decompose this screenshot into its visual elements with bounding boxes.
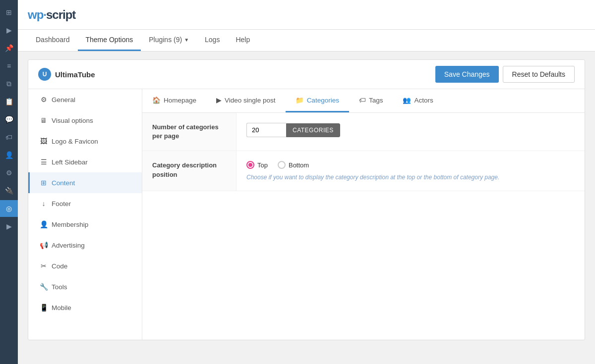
left-nav-tools[interactable]: 🔧 Tools: [28, 276, 142, 297]
position-radio-group: Top Bottom: [246, 161, 575, 169]
left-nav-general-label: General: [52, 96, 75, 104]
homepage-icon: 🏠: [152, 96, 161, 104]
category-description-position-row: Category description position Top: [142, 151, 585, 191]
left-nav-content[interactable]: ⊞ Content: [28, 172, 142, 193]
radio-top-circle: [246, 161, 254, 169]
left-nav-logo-favicon[interactable]: 🖼 Logo & Favicon: [28, 131, 142, 152]
advertising-icon: 📢: [40, 241, 48, 249]
radio-bottom-option[interactable]: Bottom: [278, 161, 309, 169]
nav-tab-theme-options[interactable]: Theme Options: [78, 30, 141, 51]
code-icon: ✂: [40, 262, 48, 270]
categories-per-page-label: Number of categories per page: [152, 123, 226, 141]
sub-tab-actors[interactable]: 👥 Actors: [393, 89, 443, 112]
sidebar-icon-plugin[interactable]: 🔌: [0, 182, 18, 199]
categories-per-page-input[interactable]: [246, 123, 286, 137]
left-nav-visual-options[interactable]: 🖥 Visual options: [28, 110, 142, 131]
sub-tab-actors-label: Actors: [414, 97, 433, 104]
visual-options-icon: 🖥: [40, 116, 48, 124]
left-nav-visual-label: Visual options: [52, 117, 93, 124]
position-helper-text: Choose if you want to display the catego…: [246, 174, 575, 181]
panel-header: U UltimaTube Save Changes Reset to Defau…: [28, 60, 585, 89]
left-nav-logo-label: Logo & Favicon: [52, 138, 98, 145]
sub-tab-video-single[interactable]: ▶ Video single post: [206, 89, 286, 112]
page-content: U UltimaTube Save Changes Reset to Defau…: [18, 52, 595, 348]
category-description-value-col: Top Bottom Choose if you want to display…: [237, 151, 585, 191]
category-description-label-col: Category description position: [142, 151, 237, 191]
radio-top-option[interactable]: Top: [246, 161, 268, 169]
save-changes-button[interactable]: Save Changes: [435, 66, 499, 83]
sidebar-icon-copy[interactable]: ⧉: [0, 75, 18, 92]
membership-icon: 👤: [40, 220, 48, 228]
sidebar-icon-video[interactable]: ▶: [0, 22, 18, 39]
main-wrapper: wp·script Dashboard Theme Options Plugin…: [18, 0, 595, 364]
content-area: Number of categories per page CATEGORIES: [142, 113, 585, 340]
sidebar-icon-pin[interactable]: 📌: [0, 40, 18, 56]
general-icon: ⚙: [40, 96, 48, 104]
panel-actions: Save Changes Reset to Defaults: [435, 66, 575, 83]
mobile-icon: 📱: [40, 304, 48, 312]
nav-tab-logs[interactable]: Logs: [197, 30, 228, 51]
sidebar-icon-user[interactable]: 👤: [0, 147, 18, 163]
left-nav-membership[interactable]: 👤 Membership: [28, 214, 142, 235]
dropdown-arrow-icon: ▼: [184, 37, 189, 43]
panel-body: ⚙ General 🖥 Visual options 🖼 Logo & Favi…: [28, 89, 585, 340]
sidebar-icon-book[interactable]: 📋: [0, 93, 18, 110]
empty-content-area: [142, 191, 585, 340]
sidebar-icon-comment[interactable]: 💬: [0, 111, 18, 128]
footer-icon: ↓: [40, 200, 48, 208]
left-nav-code[interactable]: ✂ Code: [28, 256, 142, 276]
content-icon: ⊞: [40, 179, 48, 187]
sub-tab-homepage-label: Homepage: [164, 97, 196, 104]
sidebar-icon-circle[interactable]: ◎: [0, 200, 18, 217]
left-nav-general[interactable]: ⚙ General: [28, 89, 142, 110]
nav-tabs-bar: Dashboard Theme Options Plugins (9) ▼ Lo…: [18, 30, 595, 52]
radio-bottom-circle: [278, 161, 286, 169]
tags-icon: 🏷: [359, 97, 366, 104]
left-nav-content-label: Content: [52, 179, 75, 187]
sub-tab-tags[interactable]: 🏷 Tags: [349, 89, 393, 112]
sub-tab-categories[interactable]: 📁 Categories: [286, 89, 349, 112]
right-content: 🏠 Homepage ▶ Video single post 📁 Categor…: [142, 89, 585, 340]
theme-panel: U UltimaTube Save Changes Reset to Defau…: [28, 59, 585, 340]
left-nav-footer-label: Footer: [52, 200, 71, 208]
categories-badge-button[interactable]: CATEGORIES: [286, 123, 340, 137]
left-nav-mobile[interactable]: 📱 Mobile: [28, 297, 142, 318]
sidebar-icon-settings[interactable]: ⚙: [0, 164, 18, 181]
categories-per-page-label-col: Number of categories per page: [142, 113, 237, 151]
left-nav-advertising[interactable]: 📢 Advertising: [28, 235, 142, 256]
video-single-icon: ▶: [216, 96, 222, 104]
top-header: wp·script: [18, 0, 595, 30]
actors-icon: 👥: [403, 96, 411, 104]
sub-tab-homepage[interactable]: 🏠 Homepage: [142, 89, 206, 112]
nav-tab-dashboard[interactable]: Dashboard: [28, 30, 78, 51]
logo-favicon-icon: 🖼: [40, 137, 48, 145]
left-nav-advertising-label: Advertising: [52, 242, 85, 249]
reset-defaults-button[interactable]: Reset to Defaults: [503, 66, 575, 83]
panel-title-icon: U: [38, 68, 51, 81]
radio-top-label: Top: [257, 161, 268, 169]
categories-icon: 📁: [296, 96, 304, 104]
nav-tab-plugins[interactable]: Plugins (9) ▼: [141, 30, 197, 51]
sidebar-icon-tag[interactable]: 🏷: [0, 129, 18, 146]
logo-text: wp·script: [28, 8, 75, 22]
left-nav-footer[interactable]: ↓ Footer: [28, 193, 142, 214]
nav-tab-help[interactable]: Help: [228, 30, 258, 51]
left-nav-membership-label: Membership: [52, 221, 88, 228]
categories-per-page-value-col: CATEGORIES: [237, 113, 585, 151]
sidebar-icon-dashboard[interactable]: ⊞: [0, 4, 18, 21]
sidebar-icon-list[interactable]: ≡: [0, 57, 18, 74]
panel-title: U UltimaTube: [38, 68, 95, 81]
icon-sidebar: ⊞ ▶ 📌 ≡ ⧉ 📋 💬 🏷 👤 ⚙ 🔌 ◎ ▶: [0, 0, 18, 364]
panel-title-text: UltimaTube: [55, 70, 95, 79]
sub-tab-tags-label: Tags: [369, 97, 383, 104]
category-description-label: Category description position: [152, 161, 226, 179]
left-nav-left-sidebar[interactable]: ☰ Left Sidebar: [28, 152, 142, 172]
left-nav-tools-label: Tools: [52, 283, 67, 291]
left-nav-code-label: Code: [52, 262, 67, 270]
tools-icon: 🔧: [40, 283, 48, 291]
left-nav-sidebar-label: Left Sidebar: [52, 158, 88, 166]
categories-per-page-input-group: CATEGORIES: [246, 123, 575, 137]
left-nav: ⚙ General 🖥 Visual options 🖼 Logo & Favi…: [28, 89, 142, 340]
sidebar-icon-play[interactable]: ▶: [0, 218, 18, 235]
sub-tabs: 🏠 Homepage ▶ Video single post 📁 Categor…: [142, 89, 585, 113]
